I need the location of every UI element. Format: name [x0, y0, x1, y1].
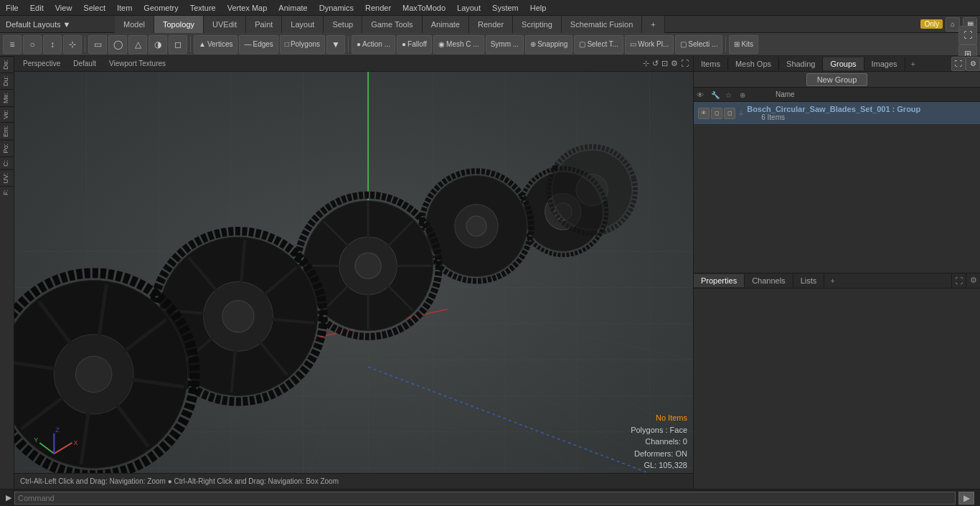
toolbar-symm-btn[interactable]: Symm ... — [486, 35, 524, 54]
vp-tab-perspective[interactable]: Perspective — [19, 58, 65, 69]
group-list[interactable]: 👁 ◻ ◻ + Bosch_Circular_Saw_Blades_Set_00… — [694, 102, 980, 273]
default-layouts-dropdown[interactable]: Default Layouts ▼ — [0, 19, 115, 30]
toolbar-icon-arrow[interactable]: ↕ — [43, 35, 62, 54]
side-label-uv[interactable]: UV: — [0, 169, 14, 187]
prop-maximize-icon[interactable]: ⛶ — [951, 273, 966, 289]
toolbar-icon-sphere[interactable]: ○ — [23, 35, 42, 54]
toolbar-icon-box[interactable]: ▭ — [88, 35, 107, 54]
toolbar-icon-select[interactable]: ⊹ — [63, 35, 82, 54]
side-label-me[interactable]: Me: — [0, 89, 14, 106]
toolbar-icon-tri[interactable]: △ — [128, 35, 147, 54]
tab-schematic-fusion[interactable]: Schematic Fusion — [562, 16, 642, 33]
tab-layout[interactable]: Layout — [282, 16, 324, 33]
toolbar-dropdown-btn[interactable]: ▼ — [326, 35, 345, 54]
menu-item[interactable]: Item — [111, 2, 138, 14]
toolbar-work-pl-btn[interactable]: ▭ Work Pl... — [625, 35, 674, 54]
falloff-icon: ● — [402, 40, 406, 48]
viewport-bottom-bar: Ctrl-Alt-Left Click and Drag: Navigation… — [14, 473, 693, 489]
rp-tab-items[interactable]: Items — [694, 57, 728, 70]
toolbar-select-t-btn[interactable]: ▢ Select T... — [574, 35, 623, 54]
toolbar-falloff-btn[interactable]: ● Falloff — [397, 35, 432, 54]
menu-help[interactable]: Help — [524, 2, 552, 14]
new-group-button[interactable]: New Group — [806, 73, 868, 86]
side-label-de[interactable]: De: — [0, 56, 14, 72]
group-render-icon[interactable]: ◻ — [711, 108, 722, 119]
tab-setup[interactable]: Setup — [324, 16, 362, 33]
toolbar-icon-cyl[interactable]: ◑ — [149, 35, 167, 54]
command-submit-button[interactable]: ▶ — [958, 492, 974, 505]
vp-icon-scale[interactable]: ⊡ — [661, 59, 668, 68]
side-label-f[interactable]: F: — [0, 186, 14, 198]
command-prompt-arrow: ▶ — [6, 493, 11, 502]
tab-paint[interactable]: Paint — [246, 16, 282, 33]
toolbar-edges-btn[interactable]: — Edges — [239, 35, 278, 54]
side-label-em[interactable]: Em: — [0, 122, 14, 140]
toolbar-snapping-btn[interactable]: ⊕ Snapping — [525, 35, 573, 54]
toolbar-kits-btn[interactable]: ⊞ Kits — [729, 35, 758, 54]
toolbar-icon-fullscreen[interactable]: ⛶ — [958, 26, 977, 44]
menu-dynamics[interactable]: Dynamics — [314, 2, 359, 14]
tab-scripting[interactable]: Scripting — [513, 16, 562, 33]
prop-tab-add[interactable]: + — [824, 274, 840, 287]
toolbar-vertices-btn[interactable]: ▲ Vertices — [194, 35, 237, 54]
rp-tab-add[interactable]: + — [905, 57, 921, 70]
menu-edit[interactable]: Edit — [24, 2, 50, 14]
vp-tab-viewport-textures[interactable]: Viewport Textures — [105, 58, 170, 69]
tab-game-tools[interactable]: Game Tools — [362, 16, 423, 33]
menu-geometry[interactable]: Geometry — [138, 2, 184, 14]
viewport[interactable]: Perspective Default Viewport Textures ⊹ … — [14, 56, 693, 489]
rp-tab-images[interactable]: Images — [864, 57, 905, 70]
rp-tab-shading[interactable]: Shading — [779, 57, 823, 70]
tab-uvedit[interactable]: UVEdit — [204, 16, 246, 33]
group-eye-icon[interactable]: 👁 — [698, 108, 710, 119]
tab-render[interactable]: Render — [469, 16, 513, 33]
menu-select[interactable]: Select — [77, 2, 111, 14]
command-input[interactable] — [14, 492, 956, 505]
menu-file[interactable]: File — [0, 2, 24, 14]
toolbar-icon-1[interactable]: ≡ — [3, 35, 22, 54]
menu-texture[interactable]: Texture — [184, 2, 222, 14]
add-icon: ⊕ — [740, 91, 745, 99]
toolbar-icon-5[interactable]: ◻ — [169, 35, 187, 54]
side-label-ve[interactable]: Ve: — [0, 106, 14, 122]
prop-tab-properties[interactable]: Properties — [694, 274, 745, 287]
tab-animate[interactable]: Animate — [423, 16, 469, 33]
tab-topology[interactable]: Topology — [154, 16, 204, 33]
rp-tab-mesh-ops[interactable]: Mesh Ops — [728, 57, 779, 70]
vp-tab-default[interactable]: Default — [69, 58, 100, 69]
viewport-canvas[interactable]: X Y Z No Items Polygons : Face Channels:… — [14, 72, 693, 489]
vp-icon-settings[interactable]: ⚙ — [671, 59, 678, 68]
toolbar-polygons-btn[interactable]: □ Polygons — [280, 35, 325, 54]
group-settings-icon[interactable]: ◻ — [724, 108, 735, 119]
rp-maximize-icon[interactable]: ⛶ — [951, 57, 966, 71]
toolbar-mesh-btn[interactable]: ◉ Mesh C ... — [433, 35, 484, 54]
vp-icon-maximize[interactable]: ⛶ — [681, 59, 689, 68]
vp-icon-rotate[interactable]: ↺ — [652, 59, 659, 68]
rp-tab-groups[interactable]: Groups — [823, 57, 864, 70]
menu-render[interactable]: Render — [359, 2, 397, 14]
toolbar-icon-round[interactable]: ◯ — [108, 35, 127, 54]
prop-settings-icon[interactable]: ⚙ — [966, 273, 980, 289]
menu-layout[interactable]: Layout — [451, 2, 486, 14]
menu-vertex-map[interactable]: Vertex Map — [222, 2, 273, 14]
toolbar-action-btn[interactable]: ● Action ... — [352, 35, 395, 54]
prop-tab-channels[interactable]: Channels — [745, 274, 793, 287]
new-group-bar: New Group — [694, 72, 980, 88]
layout-icon-home[interactable]: ⌂ — [946, 17, 960, 32]
side-label-c[interactable]: C: — [0, 156, 14, 169]
tab-model[interactable]: Model — [115, 16, 154, 33]
tab-plus[interactable]: + — [642, 16, 664, 33]
toolbar-selecti-btn[interactable]: ▢ Selecti ... — [675, 35, 722, 54]
rp-settings-icon[interactable]: ⚙ — [966, 57, 980, 71]
menu-bar: File Edit View Select Item Geometry Text… — [0, 0, 980, 16]
menu-maxtomodo[interactable]: MaxToModo — [397, 2, 451, 14]
prop-tab-lists[interactable]: Lists — [793, 274, 825, 287]
side-label-po[interactable]: Po: — [0, 140, 14, 156]
menu-animate[interactable]: Animate — [273, 2, 313, 14]
menu-view[interactable]: View — [50, 2, 78, 14]
vp-icon-move[interactable]: ⊹ — [643, 59, 649, 68]
group-add-item-icon[interactable]: + — [738, 108, 744, 119]
group-row-bosch[interactable]: 👁 ◻ ◻ + Bosch_Circular_Saw_Blades_Set_00… — [694, 102, 980, 125]
menu-system[interactable]: System — [486, 2, 524, 14]
side-label-dup[interactable]: Du: — [0, 72, 14, 89]
